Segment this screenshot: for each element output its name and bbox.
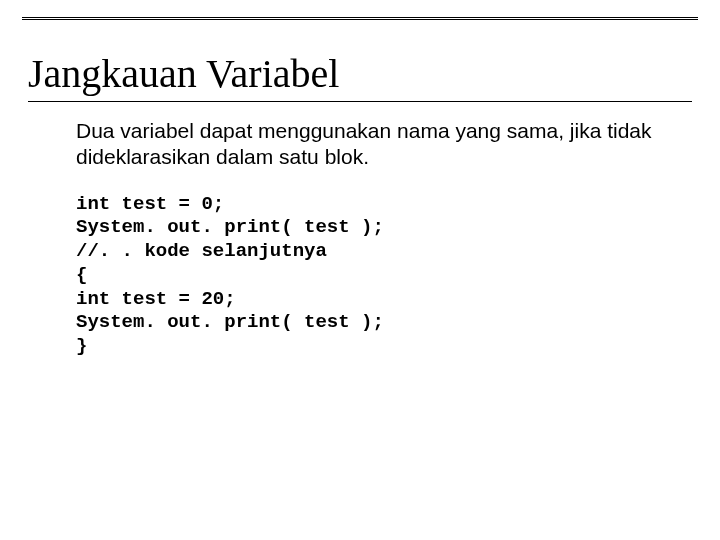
code-block: int test = 0; System. out. print( test )… — [76, 193, 662, 359]
slide-title: Jangkauan Variabel — [28, 50, 692, 102]
slide: Jangkauan Variabel Dua variabel dapat me… — [0, 0, 720, 540]
slide-body-text: Dua variabel dapat menggunakan nama yang… — [76, 118, 662, 171]
top-border-decoration — [22, 10, 698, 20]
